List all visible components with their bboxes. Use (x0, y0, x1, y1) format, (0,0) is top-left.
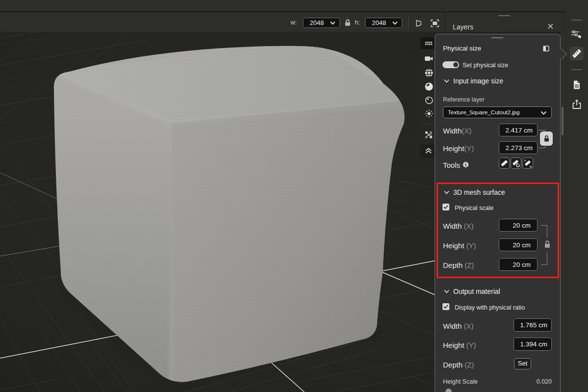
svg-text:A: A (524, 159, 526, 162)
svg-text:B: B (530, 165, 532, 168)
